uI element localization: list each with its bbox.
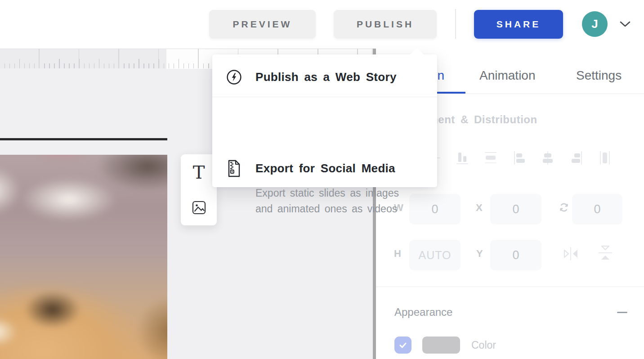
publish-dropdown-menu: Publish as a Web Story Export for Social… [212, 54, 437, 187]
canvas-dog-photo[interactable] [0, 155, 167, 359]
rotation-icon [558, 201, 570, 214]
flip-horizontal-button[interactable] [560, 245, 581, 265]
canvas-line-element[interactable] [0, 138, 167, 140]
color-label: Color [471, 339, 496, 351]
x-position-label: X [476, 202, 483, 214]
align-center-icon [540, 149, 555, 166]
rotation-input[interactable]: 0 [572, 194, 622, 224]
distribute-horizontal-icon [597, 149, 613, 166]
publish-button[interactable]: PUBLISH [334, 10, 437, 39]
tab-settings[interactable]: Settings [576, 68, 622, 83]
height-input[interactable]: AUTO [409, 240, 461, 270]
collapse-section-button[interactable] [617, 312, 627, 313]
height-label: H [394, 248, 401, 260]
menu-item-description-line2: and animated ones as videos [255, 201, 399, 217]
align-left-icon [512, 149, 527, 166]
text-tool-button[interactable]: T [181, 154, 217, 190]
menu-item-description-line1: Export static slides as images [255, 185, 399, 201]
menu-item-export-social-media[interactable]: Export for Social Media Export static sl… [212, 97, 437, 187]
flip-horizontal-icon [560, 245, 581, 263]
tab-animation[interactable]: Animation [479, 68, 536, 83]
menu-item-title: Publish as a Web Story [255, 70, 397, 84]
story-editor-app: T Design Animation Settings Alignment & … [0, 0, 644, 359]
element-toolbar: T [181, 154, 217, 225]
share-button[interactable]: SHARE [474, 10, 563, 39]
distribute-horizontal-button[interactable] [597, 148, 613, 167]
align-bottom-button[interactable] [454, 148, 470, 167]
y-position-input[interactable]: 0 [490, 240, 541, 270]
color-checkbox[interactable] [394, 337, 411, 354]
x-position-input[interactable]: 0 [490, 194, 541, 224]
width-input[interactable]: 0 [409, 194, 461, 224]
align-left-button[interactable] [511, 148, 528, 167]
color-swatch[interactable] [422, 337, 460, 354]
chevron-down-icon[interactable] [619, 21, 631, 28]
topbar-divider [455, 9, 456, 39]
menu-item-description: Export static slides as images and anima… [255, 185, 399, 217]
y-position-label: Y [476, 248, 483, 260]
lightning-circle-icon [226, 69, 242, 85]
appearance-section-title: Appearance [394, 306, 452, 319]
avatar[interactable]: J [582, 11, 608, 37]
dropdown-caret [410, 48, 424, 54]
align-horizontal-middle-button[interactable] [483, 148, 499, 167]
flip-vertical-button[interactable] [596, 242, 615, 266]
flip-vertical-icon [596, 242, 615, 265]
topbar: PREVIEW PUBLISH SHARE J [0, 0, 644, 49]
text-tool-icon: T [193, 163, 205, 181]
zip-file-icon [227, 159, 242, 178]
align-horizontal-middle-icon [483, 149, 498, 166]
align-bottom-icon [455, 149, 470, 166]
preview-button[interactable]: PREVIEW [209, 10, 316, 39]
checkmark-icon [398, 340, 408, 350]
image-icon [192, 201, 206, 215]
align-right-button[interactable] [568, 148, 585, 167]
align-right-icon [569, 149, 584, 166]
menu-item-publish-web-story[interactable]: Publish as a Web Story [212, 54, 437, 97]
align-center-button[interactable] [540, 148, 556, 167]
menu-item-title: Export for Social Media [255, 162, 395, 175]
panel-section-divider [376, 287, 644, 287]
dog-photo-art [0, 155, 167, 359]
image-tool-button[interactable] [181, 190, 217, 225]
